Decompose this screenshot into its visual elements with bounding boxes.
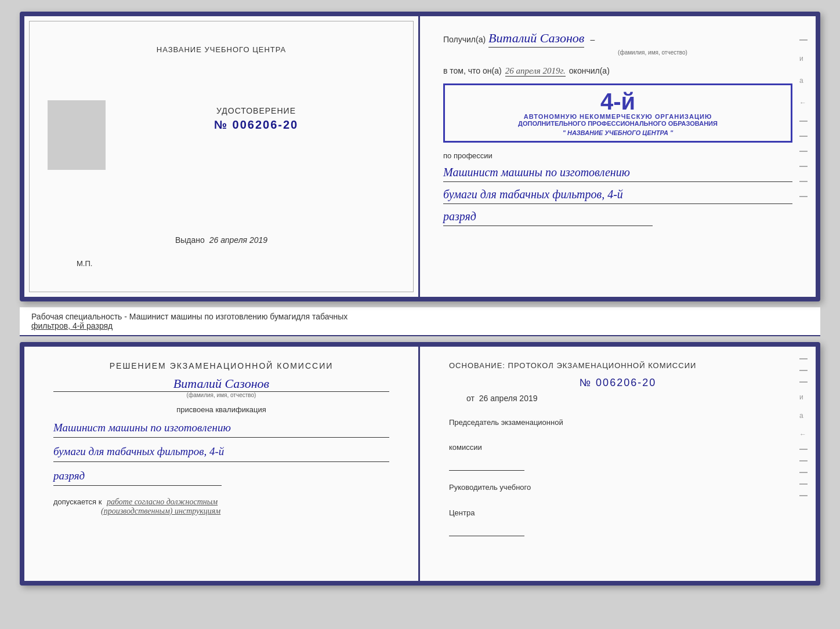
deco-dash4 <box>799 151 808 152</box>
bottom-prof-hw2: бумаги для табачных фильтров, 4-й <box>53 442 389 461</box>
info-text2: фильтров, 4-й разряд <box>31 321 809 330</box>
head-signature-line <box>449 536 524 536</box>
okonchil-label: окончил(а) <box>569 66 610 75</box>
br-dash1 <box>799 358 808 359</box>
assigned-label: присвоена квалификация <box>53 405 389 414</box>
from-prefix: от <box>466 394 475 403</box>
name-sublabel: (фамилия, имя, отчество) <box>513 49 792 56</box>
bottom-name-hw: Виталий Сазонов <box>53 376 389 392</box>
bottom-prof-hw1: Машинист машины по изготовлению <box>53 419 389 438</box>
br-a: а <box>799 412 808 420</box>
vtom-prefix: в том, что он(а) <box>443 66 502 75</box>
chairman-label2: комиссии <box>449 442 787 453</box>
bottom-left-page: Решением экзаменационной комиссии Витали… <box>24 347 420 581</box>
photo-placeholder <box>48 100 106 170</box>
admitted-line: допускается к работе согласно должностны… <box>53 497 389 507</box>
issued-date: 26 апреля 2019 <box>209 235 267 245</box>
deco-dash7 <box>799 196 808 197</box>
bottom-certificate: Решением экзаменационной комиссии Витали… <box>20 342 820 586</box>
br-i: и <box>799 393 808 401</box>
profession-hw1: Машинист машины по изготовлению <box>443 163 792 182</box>
admitted-hw1: работе согласно должностным <box>107 497 218 506</box>
br-dash8 <box>799 495 808 496</box>
issued-prefix: Выдано <box>175 235 205 245</box>
bottom-right-page: Основание: протокол экзаменационной коми… <box>420 347 816 581</box>
br-dash5 <box>799 460 808 461</box>
protocol-num: № 006206-20 <box>449 377 787 389</box>
osnov-title: Основание: протокол экзаменационной коми… <box>449 361 787 370</box>
deco-arrow: ← <box>799 99 808 107</box>
from-date-line: от 26 апреля 2019 <box>466 394 787 403</box>
bottom-prof-hw3: разряд <box>53 467 222 486</box>
received-prefix: Получил(а) <box>443 35 486 44</box>
profession-hw3: разряд <box>443 207 653 226</box>
stamp-text3: " НАЗВАНИЕ УЧЕБНОГО ЦЕНТРА " <box>454 129 782 136</box>
br-dash4 <box>799 449 808 450</box>
deco-dash2 <box>799 121 808 122</box>
deco-dash5 <box>799 166 808 167</box>
dash1: – <box>590 35 595 44</box>
chairman-signature-line <box>449 470 524 471</box>
stamp-number: 4-й <box>454 90 782 113</box>
top-left-page: НАЗВАНИЕ УЧЕБНОГО ЦЕНТРА УДОСТОВЕРЕНИЕ №… <box>24 16 420 297</box>
vtom-line: в том, что он(а) 26 апреля 2019г. окончи… <box>443 66 792 77</box>
stamp-text2: ДОПОЛНИТЕЛЬНОГО ПРОФЕССИОНАЛЬНОГО ОБРАЗО… <box>454 120 782 127</box>
from-date: 26 апреля 2019 <box>479 394 538 403</box>
deco-i: и <box>799 54 808 63</box>
recipient-name: Виталий Сазонов <box>488 31 584 48</box>
decision-title: Решением экзаменационной комиссии <box>53 361 389 370</box>
br-dash6 <box>799 472 808 473</box>
deco-dash6 <box>799 181 808 182</box>
mp-label: М.П. <box>77 259 92 268</box>
deco-dash3 <box>799 136 808 137</box>
top-right-page: Получил(а) Виталий Сазонов – (фамилия, и… <box>420 16 816 297</box>
br-dash7 <box>799 483 808 485</box>
head-label2: Центра <box>449 508 787 518</box>
profession-hw2: бумаги для табачных фильтров, 4-й <box>443 185 792 204</box>
stamp-box: 4-й АВТОНОМНУЮ НЕКОММЕРЧЕСКУЮ ОРГАНИЗАЦИ… <box>443 83 792 143</box>
info-text1: Рабочая специальность - Машинист машины … <box>31 312 809 321</box>
bottom-name-sub: (фамилия, имя, отчество) <box>53 392 389 398</box>
profession-label: по профессии <box>443 151 792 160</box>
br-dash2 <box>799 370 808 371</box>
top-certificate: НАЗВАНИЕ УЧЕБНОГО ЦЕНТРА УДОСТОВЕРЕНИЕ №… <box>20 12 820 301</box>
admitted-hw2: (производственным) инструкциям <box>101 507 389 516</box>
chairman-label1: Председатель экзаменационной <box>449 417 787 428</box>
date-handwritten: 26 апреля 2019г. <box>505 66 566 77</box>
admitted-prefix: допускается к <box>53 497 102 506</box>
br-arrow: ← <box>799 430 808 438</box>
info-bar: Рабочая специальность - Машинист машины … <box>20 307 820 336</box>
deco-a: а <box>799 77 808 85</box>
deco-dash1 <box>799 39 808 41</box>
received-line: Получил(а) Виталий Сазонов – <box>443 31 792 48</box>
br-dash3 <box>799 381 808 383</box>
stamp-text1: АВТОНОМНУЮ НЕКОММЕРЧЕСКУЮ ОРГАНИЗАЦИЮ <box>454 113 782 120</box>
head-label1: Руководитель учебного <box>449 482 787 493</box>
cert-number: № 006206-20 <box>214 118 299 132</box>
cert-label: УДОСТОВЕРЕНИЕ <box>216 106 296 115</box>
left-title: НАЗВАНИЕ УЧЕБНОГО ЦЕНТРА <box>157 45 286 54</box>
